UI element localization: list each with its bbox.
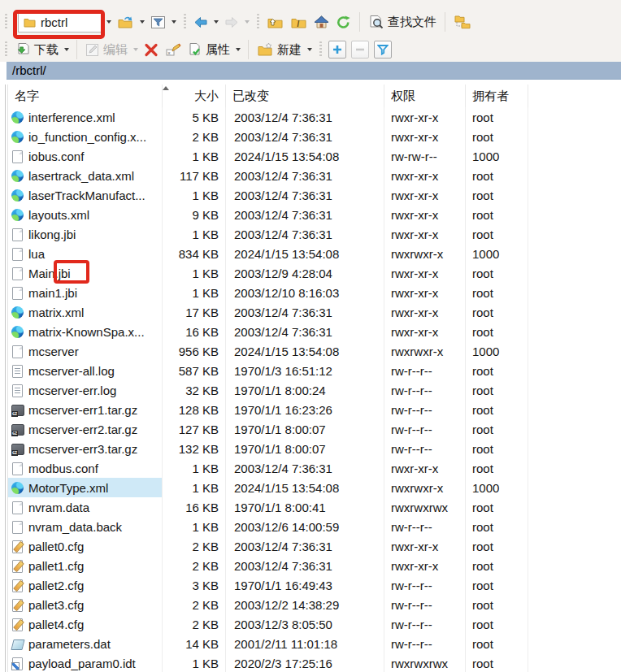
file-size: 5 KB (163, 107, 226, 127)
open-directory-dropdown-icon[interactable] (140, 20, 145, 24)
file-owner: root (466, 458, 528, 478)
table-row[interactable]: mcserver-err3.tar.gz 132 KB 1970/1/1 8:0… (8, 439, 621, 458)
table-row[interactable]: Main.jbi 1 KB 2003/12/9 4:28:04 rwxr-xr-… (8, 263, 621, 283)
file-type-icon (11, 598, 24, 612)
file-changed: 2001/2/11 11:01:18 (226, 634, 384, 653)
column-header-changed[interactable]: 已改变 (226, 85, 384, 107)
file-permissions: rw-r--r-- (384, 439, 466, 458)
back-dropdown-icon[interactable] (214, 20, 219, 24)
table-row[interactable]: pallet3.cfg 2 KB 2003/12/2 14:38:29 rw-r… (8, 595, 621, 614)
table-row[interactable]: lasertrack_data.xml 117 KB 2003/12/4 7:3… (8, 166, 621, 185)
edit-dropdown-icon[interactable] (133, 48, 138, 51)
new-dropdown-icon[interactable] (307, 48, 312, 51)
file-owner: root (466, 380, 528, 400)
file-name: likong.jbi (28, 228, 76, 241)
toolbar-grip[interactable] (5, 14, 7, 30)
table-row[interactable]: likong.jbi 1 KB 2003/12/4 7:36:31 rwxr-x… (8, 224, 621, 244)
file-type-icon (11, 442, 24, 456)
file-type-icon (11, 520, 24, 534)
file-permissions: rwxrwxrwx (384, 653, 466, 672)
toolbar-grip[interactable] (257, 14, 259, 30)
file-owner: 1000 (466, 146, 528, 166)
table-row[interactable]: mcserver-err.log 32 KB 1970/1/1 8:00:24 … (8, 380, 621, 400)
file-changed: 2003/12/10 8:16:03 (226, 283, 384, 302)
edit-button[interactable]: 编辑 (82, 41, 131, 59)
table-row[interactable]: mcserver-err1.tar.gz 128 KB 1970/1/1 16:… (8, 400, 621, 419)
table-row[interactable]: modbus.conf 1 KB 2003/12/4 7:36:31 rwxr-… (8, 458, 621, 478)
file-type-icon (11, 208, 24, 222)
forward-button[interactable] (221, 15, 242, 30)
properties-dropdown-icon[interactable] (236, 48, 241, 51)
refresh-button[interactable] (332, 14, 354, 31)
table-row[interactable]: lua 834 KB 2024/1/15 13:54:08 rwxrwxr-x … (8, 244, 621, 263)
column-header-owner[interactable]: 拥有者 (466, 85, 528, 107)
column-header-size[interactable]: 大小 (163, 85, 226, 107)
file-size: 2 KB (163, 536, 226, 556)
filter-dropdown-icon[interactable] (172, 20, 176, 24)
back-button[interactable] (190, 15, 211, 30)
download-dropdown-icon[interactable] (64, 48, 69, 51)
remove-filter-button[interactable] (351, 41, 369, 59)
table-row[interactable]: MotorType.xml 1 KB 2024/1/15 13:54:08 rw… (8, 478, 621, 497)
table-row[interactable]: nvram.data 16 KB 1970/1/1 8:00:41 rwxrwx… (8, 497, 621, 517)
open-directory-button[interactable] (114, 14, 137, 31)
table-row[interactable]: matrix.xml 17 KB 2003/12/4 7:36:31 rwxr-… (8, 302, 621, 322)
table-row[interactable]: interference.xml 5 KB 2003/12/4 7:36:31 … (8, 107, 621, 127)
table-row[interactable]: payload_param0.idt 1 KB 2020/2/3 17:25:1… (8, 653, 621, 672)
rename-button[interactable]: x (162, 41, 185, 59)
table-row[interactable]: layouts.xml 9 KB 2003/12/4 7:36:31 rwxr-… (8, 205, 621, 224)
forward-dropdown-icon[interactable] (245, 20, 250, 24)
filter-list-button[interactable] (374, 41, 392, 59)
file-size: 1 KB (163, 263, 226, 283)
find-files-button[interactable]: 查找文件 (365, 13, 440, 32)
file-size: 956 KB (163, 341, 226, 361)
path-bar[interactable]: /rbctrl/ (7, 62, 621, 80)
file-name: parameters.dat (28, 637, 111, 651)
table-row[interactable]: parameters.dat 14 KB 2001/2/11 11:01:18 … (8, 634, 621, 653)
properties-label: 属性 (206, 42, 230, 58)
file-permissions: rw-r--r-- (384, 595, 466, 614)
home-button[interactable] (310, 14, 332, 31)
toolbar-grip[interactable] (319, 41, 322, 58)
file-owner: root (466, 653, 528, 672)
parent-directory-button[interactable] (263, 14, 287, 31)
table-row[interactable]: matrix-KnownSpa.x... 16 KB 2003/12/4 7:3… (8, 322, 621, 341)
add-filter-button[interactable] (328, 41, 346, 59)
table-row[interactable]: pallet2.cfg 3 KB 1970/1/1 16:49:43 rw-r-… (8, 575, 621, 595)
column-header-permissions[interactable]: 权限 (384, 85, 466, 107)
table-row[interactable]: mcserver-all.log 587 KB 1970/1/3 16:51:1… (8, 361, 621, 380)
file-size: 1 KB (163, 224, 226, 244)
table-row[interactable]: io_function_config.x... 2 KB 2003/12/4 7… (8, 127, 621, 146)
column-header-name[interactable]: 名字 (8, 85, 163, 107)
file-owner: root (466, 205, 528, 224)
file-size: 14 KB (163, 634, 226, 653)
new-button[interactable]: 新建 (254, 41, 305, 59)
table-row[interactable]: main1.jbi 1 KB 2003/12/10 8:16:03 rwxr-x… (8, 283, 621, 302)
address-combo[interactable]: rbctrl (18, 11, 104, 33)
filter-button[interactable] (147, 14, 169, 31)
table-row[interactable]: pallet1.cfg 2 KB 2003/12/4 7:36:31 rwxr-… (8, 556, 621, 575)
root-directory-button[interactable]: / (287, 14, 310, 31)
file-type-icon (11, 169, 24, 183)
table-row[interactable]: pallet4.cfg 2 KB 2003/12/3 8:05:50 rw-r-… (8, 614, 621, 634)
file-owner: root (466, 361, 528, 380)
download-button[interactable]: 下载 (11, 41, 62, 59)
toolbar-grip[interactable] (184, 14, 186, 30)
file-permissions: rwxr-xr-x (384, 302, 466, 322)
properties-button[interactable]: 属性 (185, 41, 233, 59)
file-size: 16 KB (163, 322, 226, 341)
toolbar-grip[interactable] (5, 41, 7, 58)
table-row[interactable]: nvram_data.back 1 KB 2003/12/6 14:00:59 … (8, 517, 621, 536)
table-row[interactable]: laserTrackManufact... 1 KB 2003/12/4 7:3… (8, 185, 621, 205)
file-size: 1 KB (163, 146, 226, 166)
delete-button[interactable] (141, 41, 162, 59)
address-dropdown-icon[interactable] (106, 20, 111, 24)
file-name: pallet1.cfg (28, 559, 84, 573)
synchronize-browsing-button[interactable] (450, 13, 475, 31)
table-row[interactable]: iobus.conf 1 KB 2024/1/15 13:54:08 rw-rw… (8, 146, 621, 166)
file-name: io_function_config.x... (28, 130, 146, 144)
table-row[interactable]: mcserver-err2.tar.gz 127 KB 1970/1/1 8:0… (8, 419, 621, 439)
file-owner: root (466, 107, 528, 127)
table-row[interactable]: pallet0.cfg 2 KB 2003/12/4 7:36:31 rwxr-… (8, 536, 621, 556)
table-row[interactable]: mcserver 956 KB 2024/1/15 13:54:08 rwxrw… (8, 341, 621, 361)
